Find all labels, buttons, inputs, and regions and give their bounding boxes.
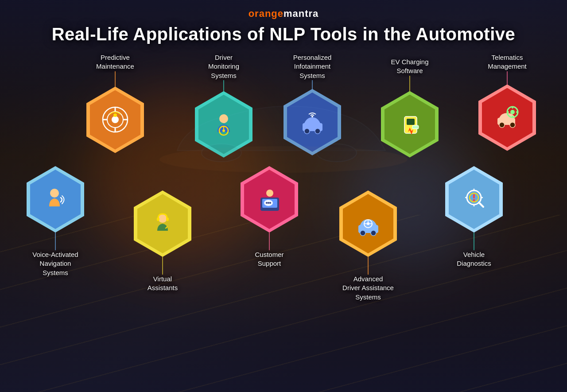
svg-rect-35 xyxy=(157,217,159,221)
ev-charging-label: EV ChargingSoftware xyxy=(391,58,428,76)
logo-white: mantra xyxy=(284,8,318,19)
title-area: Real-Life Applications of NLP Tools in t… xyxy=(43,24,524,44)
svg-point-40 xyxy=(266,202,268,204)
predictive-maintenance-label: PredictiveMaintenance xyxy=(96,53,134,71)
svg-point-46 xyxy=(371,230,376,236)
predictive-hex xyxy=(86,87,144,153)
logo-orange: orange xyxy=(249,8,284,19)
svg-point-45 xyxy=(360,230,365,236)
app-telematics: TelematicsManagement xyxy=(478,53,536,151)
voice-icon xyxy=(41,185,70,214)
svg-point-5 xyxy=(112,116,119,123)
svg-point-43 xyxy=(266,190,273,197)
vd-line xyxy=(474,233,474,250)
svg-point-26 xyxy=(510,122,515,128)
app-predictive-maintenance: PredictiveMaintenance xyxy=(86,53,144,153)
driver-monitoring-label: DriverMonitoringSystems xyxy=(208,53,239,80)
svg-point-25 xyxy=(499,122,505,128)
logo: orangemantra xyxy=(249,8,319,19)
va-line xyxy=(162,257,163,275)
svg-point-28 xyxy=(510,110,515,114)
vehicle-diagnostics-label: VehicleDiagnostics xyxy=(457,250,491,268)
app-voice-navigation: Voice-ActivatedNavigationSystems xyxy=(27,166,84,277)
svg-point-1 xyxy=(202,144,241,162)
infotainment-label: PersonalizedInfotainmentSystems xyxy=(293,53,332,80)
svg-point-33 xyxy=(50,189,59,198)
app-virtual-assistants: VirtualAssistants xyxy=(134,190,191,293)
main-title: Real-Life Applications of NLP Tools in t… xyxy=(52,24,516,44)
telematics-hex xyxy=(478,85,536,151)
svg-point-55 xyxy=(473,199,475,201)
svg-point-41 xyxy=(268,202,269,204)
vd-hex xyxy=(445,166,503,233)
voice-nav-label: Voice-ActivatedNavigationSystems xyxy=(32,250,78,277)
predictive-line-top xyxy=(115,71,116,87)
svg-point-48 xyxy=(367,222,369,225)
svg-line-56 xyxy=(479,202,483,207)
virtual-asst-hex xyxy=(134,190,191,257)
svg-rect-36 xyxy=(166,217,169,221)
cs-icon xyxy=(255,185,284,214)
car-bg xyxy=(151,89,416,179)
svg-point-2 xyxy=(317,144,357,162)
adas-line xyxy=(368,257,369,275)
vd-icon xyxy=(460,185,489,214)
svg-rect-54 xyxy=(473,194,475,198)
va-icon xyxy=(148,210,177,238)
telematics-label: TelematicsManagement xyxy=(488,53,527,71)
diagram-container: PredictiveMaintenance xyxy=(18,53,549,328)
page-content: orangemantra Real-Life Applications of N… xyxy=(0,0,567,392)
customer-support-label: CustomerSupport xyxy=(255,250,284,268)
telematics-line-top xyxy=(507,71,508,85)
app-adas: AdvancedDriver AssistanceSystems xyxy=(339,190,397,302)
cs-line xyxy=(269,233,270,250)
adas-label: AdvancedDriver AssistanceSystems xyxy=(342,275,394,302)
virtual-asst-label: VirtualAssistants xyxy=(148,275,178,293)
predictive-icon xyxy=(101,105,130,134)
infotainment-line-top xyxy=(312,80,313,89)
voice-nav-line xyxy=(55,233,56,250)
svg-point-42 xyxy=(269,202,271,204)
app-customer-support: CustomerSupport xyxy=(241,166,298,268)
adas-icon xyxy=(354,210,383,238)
voice-nav-hex xyxy=(27,166,84,233)
telematics-icon xyxy=(493,103,522,132)
svg-point-10 xyxy=(113,113,117,117)
adas-hex xyxy=(339,190,397,257)
app-vehicle-diagnostics: VehicleDiagnostics xyxy=(445,166,503,268)
